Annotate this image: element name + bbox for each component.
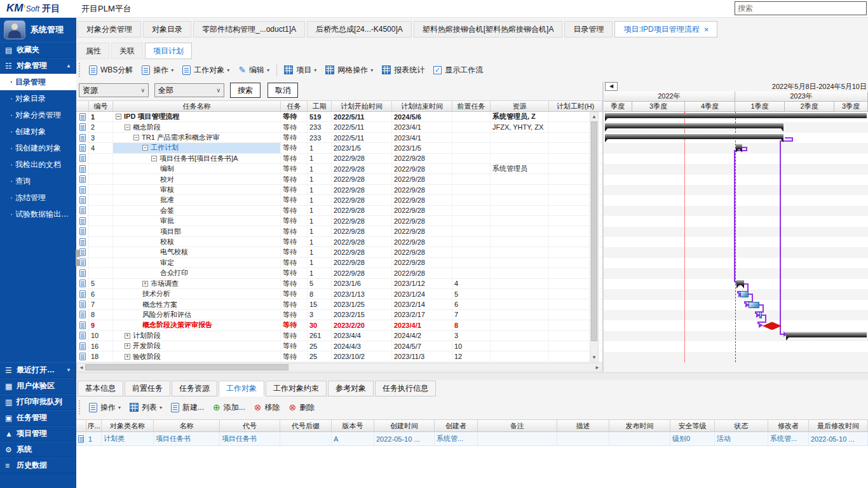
detail-column-header-7[interactable]: 创建时间: [374, 420, 435, 431]
collapse-arrow-icon[interactable]: ▲: [66, 63, 71, 69]
detail-toolbar-button-0[interactable]: 操作▾: [85, 400, 125, 415]
task-row[interactable]: 批准等待12022/9/282022/9/28: [76, 195, 602, 205]
detail-column-header-4[interactable]: 代号: [220, 420, 280, 431]
global-search-input[interactable]: [735, 1, 867, 15]
gantt-task-bar[interactable]: [759, 312, 762, 318]
sidebar-item-bottom-1[interactable]: ▦用户体验区: [0, 378, 76, 394]
task-name-cell[interactable]: 电气校核: [113, 247, 281, 257]
sidebar-subitem-1[interactable]: ·对象目录: [0, 90, 76, 107]
column-header-1[interactable]: 任务名称: [113, 101, 281, 111]
task-row[interactable]: 审定等待12022/9/282022/9/28: [76, 258, 602, 268]
sidebar-subitem-3[interactable]: ·创建对象: [0, 123, 76, 140]
sub-tab-1[interactable]: 关联: [111, 43, 143, 59]
main-tab-5[interactable]: 目录管理: [564, 21, 613, 37]
detail-tab-5[interactable]: 参考对象: [328, 381, 374, 396]
horizontal-scrollbar[interactable]: ◄ ►: [76, 363, 602, 372]
detail-toolbar-button-3[interactable]: ⊕添加...: [208, 400, 250, 415]
detail-column-header-10[interactable]: 描述: [557, 420, 609, 431]
task-name-cell[interactable]: 批准: [113, 195, 281, 205]
column-header-8[interactable]: 计划工时(H): [549, 101, 602, 111]
bottom-panel-splitter[interactable]: [76, 372, 868, 380]
detail-tab-0[interactable]: 基本信息: [78, 381, 123, 396]
task-name-cell[interactable]: 概念阶段决策评审报告: [113, 320, 281, 330]
task-row[interactable]: 合众打印等待12022/9/282022/9/28: [76, 268, 602, 278]
task-name-cell[interactable]: 编制: [113, 164, 281, 173]
gantt-summary-bar[interactable]: [736, 144, 742, 149]
sidebar-item-bottom-4[interactable]: ▲项目管理: [0, 426, 76, 442]
main-tab-3[interactable]: 后桥壳总成[24...-K4500]A: [307, 21, 412, 37]
cancel-button[interactable]: 取消: [268, 83, 298, 98]
task-row[interactable]: 10+计划阶段等待2612023/4/42024/4/23: [76, 331, 602, 341]
gantt-summary-bar[interactable]: [605, 134, 783, 139]
sidebar-item-bottom-0[interactable]: ☰最近打开…▼: [0, 362, 76, 378]
search-button[interactable]: 搜索: [230, 83, 261, 98]
scope-filter-dropdown[interactable]: 全部∨: [154, 83, 224, 97]
task-row[interactable]: 3−TR1 产品需求和概念评审等待2332022/5/112023/4/1: [76, 133, 602, 143]
detail-tab-2[interactable]: 任务资源: [172, 381, 217, 396]
task-name-cell[interactable]: 审核: [113, 185, 281, 194]
sidebar-subitem-8[interactable]: ·试验数据输出…: [0, 206, 76, 222]
dropdown-arrow-icon[interactable]: ▼: [66, 367, 71, 373]
detail-column-header-14[interactable]: 修改者: [768, 420, 809, 431]
task-name-cell[interactable]: −工作计划: [113, 143, 281, 152]
expand-icon[interactable]: +: [125, 354, 130, 360]
collapse-icon[interactable]: −: [116, 114, 121, 119]
task-name-cell[interactable]: +市场调查: [113, 279, 281, 288]
main-tab-4[interactable]: 塑料热熔接铆合机[塑料热熔接铆合机]A: [414, 21, 563, 37]
collapse-panel-handle[interactable]: ◀: [76, 250, 80, 266]
detail-column-header-6[interactable]: 版本号: [332, 420, 374, 431]
task-row[interactable]: 5+市场调查等待52023/1/62023/1/124: [76, 279, 602, 289]
column-header-2[interactable]: 任务: [281, 101, 308, 111]
task-name-cell[interactable]: 技术分析: [113, 289, 281, 299]
detail-toolbar-button-2[interactable]: 新建...: [166, 400, 208, 415]
task-name-cell[interactable]: 风险分析和评估: [113, 310, 281, 320]
collapse-icon[interactable]: −: [151, 156, 157, 161]
column-header-3[interactable]: 工期: [308, 101, 332, 111]
task-name-cell[interactable]: −IPD 项目管理流程: [113, 112, 281, 121]
toolbar-button-1[interactable]: 操作▾: [137, 63, 178, 78]
sidebar-item-bottom-5[interactable]: ⚙系统: [0, 442, 76, 458]
task-name-cell[interactable]: −TR1 产品需求和概念评审: [113, 133, 281, 142]
detail-column-header-3[interactable]: 名称: [154, 420, 220, 431]
sidebar-subitem-4[interactable]: ·我创建的对象: [0, 140, 76, 156]
sidebar-item-bottom-3[interactable]: ▣任务管理: [0, 410, 76, 426]
task-row[interactable]: 编制等待12022/9/282022/9/28系统管理员: [76, 164, 602, 174]
sidebar-item-bottom-6[interactable]: ≡历史数据: [0, 458, 76, 473]
sub-tab-2[interactable]: 项目计划: [145, 43, 192, 59]
gantt-task-bar[interactable]: [740, 291, 749, 297]
task-row[interactable]: 校对等待12022/9/282022/9/28: [76, 174, 602, 184]
gantt-summary-bar[interactable]: [786, 332, 867, 337]
close-icon[interactable]: ×: [704, 25, 709, 34]
task-row[interactable]: 6技术分析等待82023/1/132023/1/245: [76, 289, 602, 299]
task-name-cell[interactable]: +开发阶段: [113, 341, 281, 351]
expand-icon[interactable]: +: [142, 281, 148, 287]
toolbar-button-3[interactable]: ✎编辑▾: [234, 63, 274, 78]
task-row[interactable]: 校核等待12022/9/282022/9/28: [76, 237, 602, 247]
task-row[interactable]: 2−概念阶段等待2332022/5/112023/4/1JFZX, YHTY, …: [76, 122, 602, 132]
task-row[interactable]: 4−工作计划等待12023/1/52023/1/5: [76, 143, 602, 153]
vertical-scroll-thumb[interactable]: [591, 121, 597, 341]
task-name-cell[interactable]: −概念阶段: [113, 122, 281, 132]
task-name-cell[interactable]: 会签: [113, 206, 281, 215]
sidebar-subitem-2[interactable]: ·对象分类管理: [0, 107, 76, 123]
task-row[interactable]: −项目任务书[项目任务书]A等待12022/9/282022/9/28: [76, 154, 602, 164]
task-row[interactable]: 16+开发阶段等待252024/4/32024/5/710: [76, 341, 602, 351]
task-row[interactable]: 项目部等待12022/9/282022/9/28: [76, 226, 602, 236]
toolbar-button-6[interactable]: 报表统计: [377, 63, 429, 78]
detail-tab-6[interactable]: 任务执行信息: [375, 381, 436, 396]
expand-icon[interactable]: +: [125, 343, 130, 349]
column-header-5[interactable]: 计划结束时间: [392, 101, 452, 111]
gantt-task-bar[interactable]: [749, 302, 759, 308]
gantt-summary-bar[interactable]: [736, 280, 744, 285]
column-header-6[interactable]: 前置任务: [452, 101, 491, 111]
main-tab-0[interactable]: 对象分类管理: [78, 21, 141, 37]
detail-column-header-13[interactable]: 状态: [715, 420, 768, 431]
resource-filter-dropdown[interactable]: 资源∨: [79, 83, 149, 97]
task-row[interactable]: 审批等待12022/9/282022/9/28: [76, 216, 602, 226]
task-name-cell[interactable]: −项目任务书[项目任务书]A: [113, 154, 281, 163]
task-name-cell[interactable]: 审定: [113, 258, 281, 268]
show-workflow-toggle[interactable]: ✓显示工作流: [429, 63, 487, 78]
detail-column-header-11[interactable]: 发布时间: [609, 420, 670, 431]
column-header-4[interactable]: 计划开始时间: [332, 101, 392, 111]
detail-table-row[interactable]: 1计划类项目任务书项目任务书A2022-05-10 ...系统管...级别0活动…: [76, 432, 868, 446]
